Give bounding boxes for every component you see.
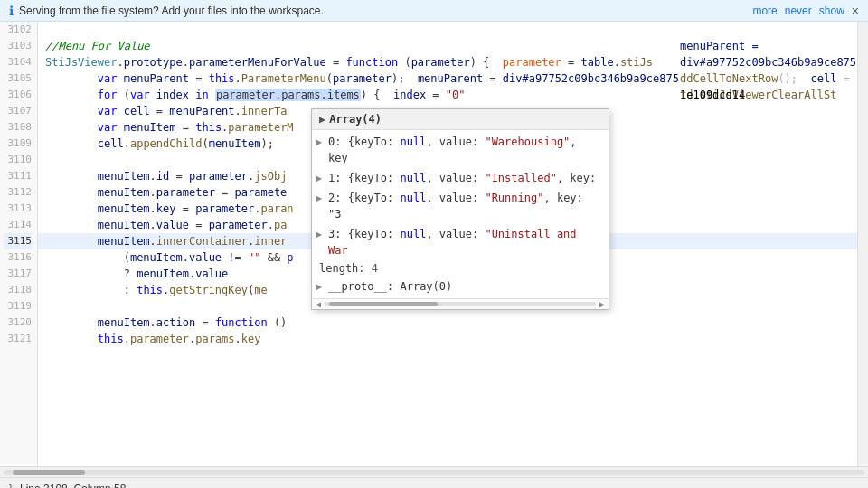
line-num-3102: 3102 — [4, 22, 32, 38]
editor-container: 3102 3103 3104 3105 3106 3107 3108 3109 … — [0, 22, 868, 466]
debug-popup-footer: ◀ ▶ — [312, 298, 609, 309]
notification-text: Serving from the file system? Add your f… — [19, 5, 324, 17]
code-line-3106: for (var index in parameter.params.items… — [38, 87, 857, 103]
notification-message: ℹ Serving from the file system? Add your… — [9, 4, 324, 18]
line-num-3120: 3120 — [4, 314, 32, 331]
line-num-3116: 3116 — [4, 249, 32, 266]
line-num-3119: 3119 — [4, 298, 32, 314]
status-bar: } Line 3108, Column 58 — [0, 477, 868, 488]
hscroll-track — [4, 470, 864, 475]
line-num-3106: 3106 — [4, 87, 32, 103]
line-num-3108: 3108 — [4, 119, 32, 136]
popup-item-0[interactable]: ▶ 0: {keyTo: null, value: "Warehousing",… — [312, 132, 609, 168]
popup-item-text-1: 1: {keyTo: null, value: "Installed", key… — [328, 170, 596, 186]
line-num-3105: 3105 — [4, 70, 32, 87]
never-link[interactable]: never — [785, 5, 812, 17]
brace-indicator: } — [9, 483, 13, 489]
popup-item-text-3: 3: {keyTo: null, value: "Uninstall and W… — [328, 226, 601, 258]
popup-hscroll-thumb — [329, 302, 438, 306]
line-num-3121: 3121 — [4, 331, 32, 347]
vertical-scrollbar[interactable] — [857, 22, 868, 466]
code-line-3104: StiJsViewer.prototype.parameterMenuForVa… — [38, 54, 857, 70]
popup-proto[interactable]: ▶ __proto__: Array(0) — [312, 277, 609, 296]
line-num-3115: 3115 — [4, 233, 32, 249]
popup-item-2[interactable]: ▶ 2: {keyTo: null, value: "Running", key… — [312, 188, 609, 224]
notification-bar: ℹ Serving from the file system? Add your… — [0, 0, 868, 22]
code-line-3120: menuItem.action = function () — [38, 314, 857, 331]
line-num-3118: 3118 — [4, 282, 32, 298]
line-num-3110: 3110 — [4, 152, 32, 168]
popup-length: length: 4 — [312, 260, 609, 277]
popup-proto-text: __proto__: Array(0) — [328, 278, 452, 295]
line-num-3109: 3109 — [4, 136, 32, 152]
tri-icon-2: ▶ — [316, 190, 326, 206]
popup-length-label: length: — [319, 262, 372, 275]
info-icon: ℹ — [9, 4, 14, 18]
popup-title-text: Array(4) — [329, 113, 382, 126]
code-line-3103: //Menu For Value — [38, 38, 857, 54]
code-line-3121: this.parameter.params.key — [38, 331, 857, 347]
horizontal-scrollbar[interactable] — [0, 466, 868, 477]
tri-icon-3: ▶ — [316, 226, 326, 242]
scroll-right-icon[interactable]: ▶ — [599, 299, 605, 309]
debug-popup-title: ▶ Array(4) — [312, 109, 609, 130]
cursor-position: Line 3108, Column 58 — [20, 483, 126, 489]
line-num-3103: 3103 — [4, 38, 32, 54]
debug-popup-body: ▶ 0: {keyTo: null, value: "Warehousing",… — [312, 130, 609, 298]
popup-item-text-2: 2: {keyTo: null, value: "Running", key: … — [328, 190, 601, 222]
line-num-3111: 3111 — [4, 168, 32, 184]
line-num-3104: 3104 — [4, 54, 32, 70]
tri-icon-1: ▶ — [316, 170, 326, 186]
popup-item-1[interactable]: ▶ 1: {keyTo: null, value: "Installed", k… — [312, 168, 609, 188]
debug-popup: ▶ Array(4) ▶ 0: {keyTo: null, value: "Wa… — [311, 108, 609, 310]
line-num-3117: 3117 — [4, 266, 32, 282]
popup-hscroll[interactable] — [325, 302, 596, 306]
hscroll-thumb — [13, 470, 85, 475]
line-num-3112: 3112 — [4, 184, 32, 201]
tri-icon-0: ▶ — [316, 134, 326, 150]
popup-item-text-0: 0: {keyTo: null, value: "Warehousing", k… — [328, 134, 601, 166]
notification-actions: more never show × — [752, 4, 859, 18]
code-line-3105: var menuParent = this.ParameterMenu(para… — [38, 70, 857, 87]
more-link[interactable]: more — [752, 5, 777, 17]
line-num-3113: 3113 — [4, 201, 32, 217]
line-num-3107: 3107 — [4, 103, 32, 119]
scroll-left-icon[interactable]: ◀ — [316, 299, 321, 309]
close-notification-button[interactable]: × — [852, 4, 859, 18]
show-link[interactable]: show — [819, 5, 844, 17]
line-numbers-gutter: 3102 3103 3104 3105 3106 3107 3108 3109 … — [0, 22, 38, 466]
popup-length-value: 4 — [372, 262, 378, 275]
code-editor[interactable]: //Menu For Value StiJsViewer.prototype.p… — [38, 22, 857, 466]
tri-icon-proto: ▶ — [316, 278, 326, 295]
code-line-3102 — [38, 22, 857, 38]
popup-triangle-icon: ▶ — [319, 113, 326, 126]
popup-item-3[interactable]: ▶ 3: {keyTo: null, value: "Uninstall and… — [312, 224, 609, 260]
line-num-3114: 3114 — [4, 217, 32, 233]
